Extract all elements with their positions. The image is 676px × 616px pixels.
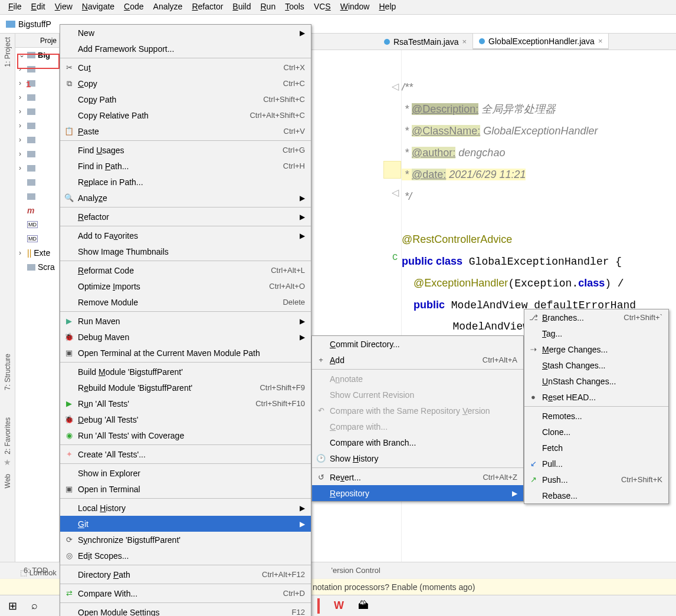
structure-tool-button[interactable]: 7: Structure xyxy=(4,354,12,390)
fold-icon[interactable]: ◁ xyxy=(392,187,399,198)
menu-item-stash-changes[interactable]: Stash Changes... xyxy=(524,357,668,373)
menu-view[interactable]: View xyxy=(50,0,77,14)
menu-item-compare-with-branch[interactable]: Compare with Branch... xyxy=(312,434,523,450)
menu-item-revert[interactable]: ↺Revert...Ctrl+Alt+Z xyxy=(312,469,523,485)
menu-item-commit-directory[interactable]: Commit Directory... xyxy=(312,336,523,352)
menu-help[interactable]: Help xyxy=(374,0,401,14)
menu-item-remotes[interactable]: Remotes... xyxy=(524,408,668,424)
menu-item-build-module-bigstuffparent[interactable]: Build Module 'BigstuffParent' xyxy=(60,364,311,380)
menu-item-open-terminal-at-the-current-maven-module-path[interactable]: ▣Open Terminal at the Current Maven Modu… xyxy=(60,345,311,361)
class-gutter-icon[interactable]: c xyxy=(392,251,398,263)
tree-row[interactable]: › xyxy=(15,161,59,175)
menu-item-refactor[interactable]: Refactor▶ xyxy=(60,209,311,225)
menu-item-copy-path[interactable]: Copy PathCtrl+Shift+C xyxy=(60,91,311,107)
menu-item-add[interactable]: +AddCtrl+Alt+A xyxy=(312,352,523,368)
tree-root-row[interactable]: ⌄ Big xyxy=(15,48,59,62)
taskbar-app-icon[interactable] xyxy=(317,598,320,614)
menu-item-directory-path[interactable]: Directory PathCtrl+Alt+F12 xyxy=(60,566,311,582)
menu-item-add-framework-support[interactable]: Add Framework Support... xyxy=(60,41,311,57)
menu-run[interactable]: Run xyxy=(255,0,280,14)
menu-item-run-all-tests[interactable]: ▶Run 'All Tests'Ctrl+Shift+F10 xyxy=(60,396,311,411)
menu-code[interactable]: Code xyxy=(119,0,148,14)
menu-item-rebuild-module-bigstuffparent[interactable]: Rebuild Module 'BigstuffParent'Ctrl+Shif… xyxy=(60,380,311,396)
tree-row[interactable]: › xyxy=(15,62,59,76)
menu-item-optimize-imports[interactable]: Optimize ImportsCtrl+Alt+O xyxy=(60,278,311,294)
tree-row[interactable]: › xyxy=(15,147,59,161)
windows-start-icon[interactable]: ⊞ xyxy=(8,599,17,612)
menu-item-run-all-tests-with-coverage[interactable]: ◉Run 'All Tests' with Coverage xyxy=(60,427,311,443)
menu-item-run-maven[interactable]: ▶Run Maven▶ xyxy=(60,313,311,329)
menu-edit[interactable]: Edit xyxy=(27,0,50,14)
menu-item-find-in-path[interactable]: Find in Path...Ctrl+H xyxy=(60,158,311,174)
menu-file[interactable]: File xyxy=(4,0,27,14)
wps-icon[interactable]: W xyxy=(334,599,344,612)
lombok-button[interactable]: Lombok xyxy=(29,568,57,577)
editor-tab[interactable]: RsaTestMain.java× xyxy=(378,34,473,50)
menu-item-unstash-changes[interactable]: UnStash Changes... xyxy=(524,373,668,389)
menu-item-debug-maven[interactable]: 🐞Debug Maven▶ xyxy=(60,329,311,345)
breadcrumb-root[interactable]: BigstuffP xyxy=(18,19,51,29)
menu-item-pull[interactable]: ↙Pull... xyxy=(524,456,668,472)
tree-row[interactable]: › xyxy=(15,133,59,147)
tree-row[interactable]: › xyxy=(15,104,59,118)
menu-item-git[interactable]: Git▶ xyxy=(60,516,311,532)
menu-item-local-history[interactable]: Local History▶ xyxy=(60,500,311,516)
menu-item-branches[interactable]: ⎇Branches...Ctrl+Shift+` xyxy=(524,309,668,325)
menu-refactor[interactable]: Refactor xyxy=(187,0,228,14)
menu-item-fetch[interactable]: Fetch xyxy=(524,440,668,456)
favorites-tool-button[interactable]: 2: Favorites xyxy=(4,417,12,454)
search-icon[interactable]: ⌕ xyxy=(31,599,38,612)
menu-item-new[interactable]: New▶ xyxy=(60,25,311,41)
editor-tab[interactable]: GlobalExceptionHandler.java× xyxy=(473,34,609,50)
menu-item-copy-relative-path[interactable]: Copy Relative PathCtrl+Alt+Shift+C xyxy=(60,107,311,123)
tree-row[interactable]: MD xyxy=(15,218,59,232)
menu-window[interactable]: Window xyxy=(336,0,375,14)
menu-item-show-history[interactable]: 🕑Show History xyxy=(312,450,523,466)
chevron-down-icon[interactable]: ⌄ xyxy=(19,51,25,59)
tree-row[interactable]: › xyxy=(15,76,59,90)
menu-item-copy[interactable]: ⧉CopyCtrl+C xyxy=(60,75,311,91)
tree-external[interactable]: ›||Exte xyxy=(15,246,59,260)
menu-build[interactable]: Build xyxy=(228,0,255,14)
menu-item-find-usages[interactable]: Find UsagesCtrl+G xyxy=(60,142,311,158)
tree-row[interactable] xyxy=(15,175,59,189)
menu-item-rebase[interactable]: Rebase... xyxy=(524,487,668,503)
menu-item-debug-all-tests[interactable]: 🐞Debug 'All Tests' xyxy=(60,411,311,427)
close-icon[interactable]: × xyxy=(598,37,603,45)
menu-item-paste[interactable]: 📋PasteCtrl+V xyxy=(60,123,311,139)
menu-tools[interactable]: Tools xyxy=(280,0,309,14)
menu-item-synchronize-bigstuffparent[interactable]: ⟳Synchronize 'BigstuffParent' xyxy=(60,532,311,548)
menu-item-tag[interactable]: Tag... xyxy=(524,325,668,341)
menu-item-compare-with[interactable]: ⇄Compare With...Ctrl+D xyxy=(60,585,311,601)
menu-item-repository[interactable]: Repository▶ xyxy=(312,485,523,501)
tree-scratch[interactable]: Scra xyxy=(15,260,59,274)
menu-item-add-to-favorites[interactable]: Add to Favorites▶ xyxy=(60,228,311,243)
menu-item-open-in-terminal[interactable]: ▣Open in Terminal xyxy=(60,481,311,497)
menu-vcs[interactable]: VCS xyxy=(309,0,336,14)
menu-item-show-in-explorer[interactable]: Show in Explorer xyxy=(60,465,311,481)
web-tool-button[interactable]: Web xyxy=(4,474,12,488)
menu-item-reset-head[interactable]: ●Reset HEAD... xyxy=(524,389,668,405)
menu-item-show-image-thumbnails[interactable]: Show Image Thumbnails xyxy=(60,243,311,259)
tree-row[interactable]: › xyxy=(15,118,59,133)
menu-item-analyze[interactable]: 🔍Analyze▶ xyxy=(60,190,311,206)
menu-item-remove-module[interactable]: Remove ModuleDelete xyxy=(60,294,311,310)
menu-item-reformat-code[interactable]: Reformat CodeCtrl+Alt+L xyxy=(60,262,311,278)
menu-item-edit-scopes[interactable]: ◎Edit Scopes... xyxy=(60,548,311,564)
tree-row[interactable]: › xyxy=(15,90,59,104)
menu-item-create-all-tests[interactable]: ✦Create 'All Tests'... xyxy=(60,446,311,462)
project-tool-button[interactable]: 1: Project xyxy=(4,37,12,67)
menu-item-merge-changes[interactable]: ⇢Merge Changes... xyxy=(524,341,668,357)
menu-navigate[interactable]: Navigate xyxy=(77,0,119,14)
menu-item-replace-in-path[interactable]: Replace in Path... xyxy=(60,174,311,190)
tree-row[interactable] xyxy=(15,189,59,203)
tree-row[interactable]: MD xyxy=(15,232,59,246)
menu-item-open-module-settings[interactable]: Open Module SettingsF12 xyxy=(60,604,311,616)
menu-item-cut[interactable]: ✂CutCtrl+X xyxy=(60,60,311,75)
tree-row[interactable]: m xyxy=(15,203,59,218)
fold-icon[interactable]: ◁ xyxy=(392,81,399,92)
menu-item-clone[interactable]: Clone... xyxy=(524,424,668,440)
menu-item-push[interactable]: ↗Push...Ctrl+Shift+K xyxy=(524,472,668,487)
menu-analyze[interactable]: Analyze xyxy=(149,0,188,14)
vcs-panel-label[interactable]: 'ersion Control xyxy=(331,566,380,575)
